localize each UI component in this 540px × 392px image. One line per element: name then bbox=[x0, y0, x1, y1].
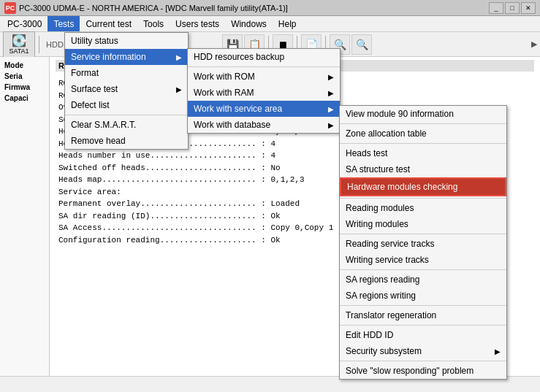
window-title: PC-3000 UDMA-E - NORTH AMERICA - [WDC Ma… bbox=[19, 4, 288, 12]
menu-solve-slow-responding[interactable]: Solve "slow responding" problem bbox=[340, 363, 506, 379]
menu-work-with-rom[interactable]: Work with ROM ▶ bbox=[188, 69, 340, 85]
menu-sep-4 bbox=[340, 143, 506, 144]
arrow-surface-test: ▶ bbox=[176, 85, 182, 93]
device-serial-label: Seria bbox=[1, 71, 47, 82]
service-information-menu[interactable]: HDD resources backup Work with ROM ▶ Wor… bbox=[187, 48, 341, 134]
sata-drive-icon[interactable]: 💽 SATA1 bbox=[3, 31, 35, 58]
menu-view-module-90[interactable]: View module 90 information bbox=[340, 106, 506, 122]
menu-users-tests[interactable]: Users tests bbox=[170, 16, 225, 31]
arrow-ram: ▶ bbox=[328, 89, 334, 97]
menu-clear-smart[interactable]: Clear S.M.A.R.T. bbox=[65, 117, 188, 133]
arrow-database: ▶ bbox=[328, 121, 334, 129]
tests-menu[interactable]: Utility status Service information ▶ For… bbox=[64, 32, 189, 150]
menu-sep-2 bbox=[188, 66, 340, 67]
menu-sa-regions-reading[interactable]: SA regions reading bbox=[340, 272, 506, 288]
maximize-button[interactable]: □ bbox=[505, 2, 520, 14]
arrow-service-area: ▶ bbox=[328, 105, 334, 113]
device-capacity-label: Capaci bbox=[1, 93, 47, 104]
menu-writing-modules[interactable]: Writing modules bbox=[340, 216, 506, 232]
menu-work-with-service-area[interactable]: Work with service area ▶ bbox=[188, 101, 340, 117]
menu-security-subsystem[interactable]: Security subsystem ▶ bbox=[340, 343, 506, 359]
hdd-label: HDD bbox=[46, 40, 64, 49]
menu-sep-1 bbox=[65, 115, 188, 115]
menu-sa-structure-test[interactable]: SA structure test bbox=[340, 161, 506, 177]
menu-sep-5 bbox=[340, 198, 506, 199]
menu-remove-head[interactable]: Remove head bbox=[65, 133, 188, 149]
menu-sep-9 bbox=[340, 325, 506, 326]
menu-tools[interactable]: Tools bbox=[137, 16, 170, 31]
arrow-rom: ▶ bbox=[328, 73, 334, 81]
menu-sep-7 bbox=[340, 269, 506, 270]
menu-reading-modules[interactable]: Reading modules bbox=[340, 200, 506, 216]
toolbar-btn-search2[interactable]: 🔍 bbox=[351, 34, 372, 55]
menu-pc3000[interactable]: PC-3000 bbox=[1, 16, 47, 31]
menu-heads-test[interactable]: Heads test bbox=[340, 145, 506, 161]
device-firmware-label: Firmwa bbox=[1, 82, 47, 93]
menu-writing-service-tracks[interactable]: Writing service tracks bbox=[340, 252, 506, 268]
menu-service-information[interactable]: Service information ▶ bbox=[65, 49, 188, 65]
menu-utility-status[interactable]: Utility status bbox=[65, 33, 188, 49]
arrow-service-info: ▶ bbox=[176, 53, 182, 61]
toolbar-right-indicator: ▶ bbox=[531, 39, 537, 49]
menu-windows[interactable]: Windows bbox=[225, 16, 273, 31]
menu-tests[interactable]: Tests bbox=[47, 16, 80, 31]
menu-bar: PC-3000 Tests Current test Tools Users t… bbox=[0, 16, 540, 32]
arrow-security: ▶ bbox=[495, 347, 501, 356]
menu-edit-hdd-id[interactable]: Edit HDD ID bbox=[340, 327, 506, 343]
menu-sep-3 bbox=[340, 123, 506, 124]
menu-format[interactable]: Format bbox=[65, 65, 188, 81]
menu-hdd-resources-backup[interactable]: HDD resources backup bbox=[188, 49, 340, 65]
left-sidebar: Mode Seria Firmwa Capaci bbox=[0, 57, 50, 376]
app-icon: PC bbox=[4, 2, 16, 14]
minimize-button[interactable]: _ bbox=[489, 2, 503, 14]
menu-translator-regeneration[interactable]: Translator regeneration bbox=[340, 307, 506, 323]
device-model-label: Mode bbox=[1, 60, 47, 71]
menu-work-with-ram[interactable]: Work with RAM ▶ bbox=[188, 85, 340, 101]
menu-zone-allocation-table[interactable]: Zone allocation table bbox=[340, 126, 506, 142]
menu-surface-test[interactable]: Surface test ▶ bbox=[65, 81, 188, 97]
close-button[interactable]: ✕ bbox=[521, 2, 536, 14]
service-area-menu[interactable]: View module 90 information Zone allocati… bbox=[339, 105, 507, 380]
menu-help[interactable]: Help bbox=[273, 16, 303, 31]
title-bar: PC PC-3000 UDMA-E - NORTH AMERICA - [WDC… bbox=[0, 0, 540, 16]
menu-current-test[interactable]: Current test bbox=[80, 16, 137, 31]
window-controls: _ □ ✕ bbox=[489, 2, 536, 14]
menu-sep-10 bbox=[340, 361, 506, 361]
menu-work-with-database[interactable]: Work with database ▶ bbox=[188, 117, 340, 133]
menu-hardware-modules-checking[interactable]: Hardware modules checking bbox=[340, 177, 506, 196]
menu-sep-6 bbox=[340, 234, 506, 234]
menu-defect-list[interactable]: Defect list bbox=[65, 97, 188, 113]
menu-sep-8 bbox=[340, 305, 506, 306]
toolbar-sep-1 bbox=[39, 36, 39, 53]
menu-sa-regions-writing[interactable]: SA regions writing bbox=[340, 288, 506, 304]
menu-reading-service-tracks[interactable]: Reading service tracks bbox=[340, 236, 506, 252]
